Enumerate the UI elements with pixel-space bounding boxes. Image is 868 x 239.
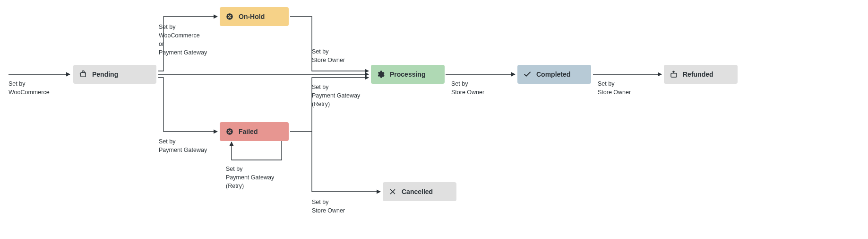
status-label: Completed xyxy=(536,71,570,78)
status-node-pending: Pending xyxy=(73,65,156,84)
error-circle-icon xyxy=(225,12,234,21)
order-status-flow-diagram: Pending On-Hold Failed Processing xyxy=(0,0,868,239)
status-label: On-Hold xyxy=(239,13,265,20)
status-node-failed: Failed xyxy=(220,122,289,141)
status-label: Failed xyxy=(239,128,258,135)
close-icon xyxy=(388,187,397,196)
edge-label-completed-to-refunded: Set by Store Owner xyxy=(598,80,631,97)
gear-icon xyxy=(377,70,385,79)
status-node-refunded: Refunded xyxy=(664,65,738,84)
edge-label-failed-to-processing: Set by Payment Gateway (Retry) xyxy=(312,83,360,108)
edge-label-pending-to-onhold: Set by WooCommerce or Payment Gateway xyxy=(159,23,207,57)
edge-label-onhold-to-processing: Set by Store Owner xyxy=(312,47,345,64)
svg-rect-0 xyxy=(81,72,86,77)
edge-label-failed-to-cancelled: Set by Store Owner xyxy=(312,198,345,215)
status-label: Cancelled xyxy=(402,188,433,195)
svg-rect-3 xyxy=(671,73,677,77)
edge-label-failed-retry: Set by Payment Gateway (Retry) xyxy=(226,165,274,190)
cart-icon xyxy=(79,70,87,79)
status-label: Pending xyxy=(92,71,118,78)
status-label: Refunded xyxy=(683,71,713,78)
status-label: Processing xyxy=(390,71,425,78)
status-node-on-hold: On-Hold xyxy=(220,7,289,26)
check-icon xyxy=(523,70,532,79)
status-node-cancelled: Cancelled xyxy=(383,182,456,201)
error-circle-icon xyxy=(225,127,234,136)
edge-label-processing-to-completed: Set by Store Owner xyxy=(451,80,484,97)
refund-icon xyxy=(670,70,678,79)
status-node-processing: Processing xyxy=(371,65,445,84)
edge-label-to-pending: Set by WooCommerce xyxy=(9,80,50,97)
status-node-completed: Completed xyxy=(517,65,591,84)
diagram-arrows xyxy=(0,0,868,239)
edge-label-pending-to-failed: Set by Payment Gateway xyxy=(159,137,207,154)
